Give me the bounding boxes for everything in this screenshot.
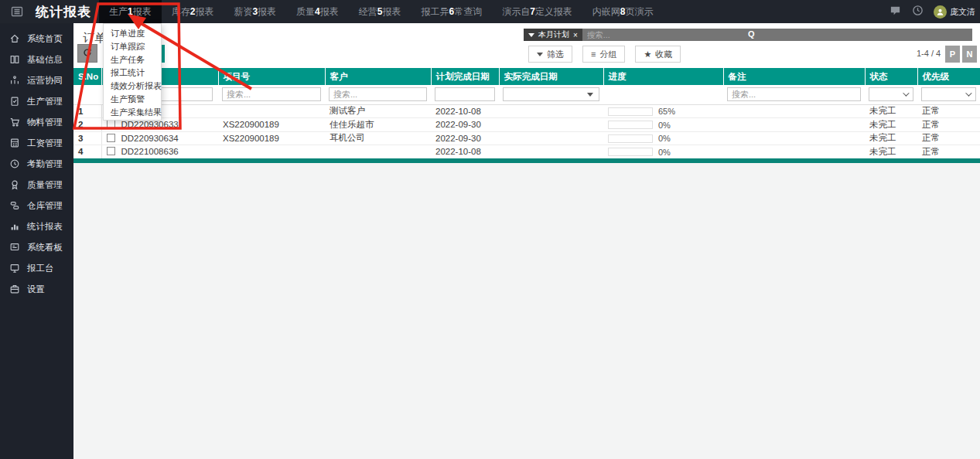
- sidebar-item-warehouse[interactable]: 仓库管理: [0, 196, 73, 216]
- star-icon: ★: [644, 49, 651, 60]
- sidebar: 系统首页 基础信息 运营协同 生产管理 物料管理 工资管理 考勤管理 质量管理 …: [0, 23, 73, 459]
- col-header-remark[interactable]: 备注: [723, 68, 865, 85]
- table-row: 4 DD221008636 2022-10-08 0% 未完工 正常: [73, 145, 980, 159]
- empty-canvas: [73, 163, 980, 459]
- sidebar-item-system-board[interactable]: 系统看板: [0, 237, 73, 258]
- tab-salary-reports[interactable]: 薪资3报表: [224, 0, 286, 23]
- clock-icon: [9, 158, 20, 171]
- tab-production-reports[interactable]: 生产1报表: [99, 0, 162, 23]
- sidebar-item-salary[interactable]: 工资管理: [0, 133, 73, 154]
- orders-table: S.No 项目号 客户 计划完成日期 实际完成日期 进度 备注 状态 优先级 1: [73, 68, 980, 159]
- top-bar: 统计报表 生产1报表 库存2报表 薪资3报表 质量4报表 经营5报表 报工异6常…: [0, 0, 980, 23]
- remark-filter-input[interactable]: [727, 87, 861, 101]
- col-header-plan-date[interactable]: 计划完成日期: [431, 68, 499, 85]
- sidebar-item-settings[interactable]: 设置: [0, 279, 73, 300]
- menu-item-production-tasks[interactable]: 生产任务: [104, 53, 161, 66]
- top-menu: 生产1报表 库存2报表 薪资3报表 质量4报表 经营5报表 报工异6常查询 演示…: [99, 0, 664, 23]
- col-header-progress[interactable]: 进度: [603, 68, 723, 85]
- col-header-status[interactable]: 状态: [865, 68, 917, 85]
- search-bar[interactable]: 本月计划 × Q: [524, 29, 972, 41]
- project-filter-input[interactable]: [222, 87, 321, 101]
- production-reports-dropdown: 订单进度 订单跟踪 生产任务 报工统计 绩效分析报表 生产预警 生产采集结果: [103, 23, 162, 121]
- tab-inventory-reports[interactable]: 库存2报表: [162, 0, 224, 23]
- order-number: DD220930634: [121, 134, 179, 143]
- order-number: DD220930633: [121, 120, 179, 129]
- row-checkbox[interactable]: [107, 120, 115, 128]
- refresh-icon: [82, 47, 93, 60]
- sidebar-item-production[interactable]: 生产管理: [0, 91, 73, 112]
- customer-filter-input[interactable]: [329, 87, 427, 101]
- row-checkbox[interactable]: [107, 134, 115, 142]
- status-value: 未完工: [865, 131, 917, 145]
- col-header-actual-date[interactable]: 实际完成日期: [499, 68, 603, 85]
- sidebar-item-system-home[interactable]: 系统首页: [0, 29, 73, 49]
- menu-item-order-progress[interactable]: 订单进度: [104, 27, 161, 40]
- active-filter-tag[interactable]: 本月计划 ×: [524, 29, 582, 41]
- sidebar-item-operations[interactable]: 运营协同: [0, 70, 73, 91]
- tab-work-exception-query[interactable]: 报工异6常查询: [411, 0, 492, 23]
- tab-demo-custom-reports[interactable]: 演示自7定义报表: [492, 0, 582, 23]
- progress-label: 0%: [658, 121, 671, 130]
- filter-icon: [528, 33, 534, 37]
- favorites-button[interactable]: ★ 收藏: [635, 46, 681, 63]
- plan-date-filter-input[interactable]: [435, 87, 495, 101]
- app-title: 统计报表: [36, 3, 91, 21]
- filter-icon: [537, 53, 543, 56]
- tab-business-reports[interactable]: 经营5报表: [349, 0, 411, 23]
- cart-icon: [9, 117, 20, 129]
- board-icon: [9, 242, 20, 254]
- table-row: 2 DD220930633 XS220900189 佳佳乐超市 2022-09-…: [73, 118, 980, 132]
- refresh-button[interactable]: [77, 44, 97, 63]
- col-header-customer[interactable]: 客户: [325, 68, 431, 85]
- sidebar-item-attendance[interactable]: 考勤管理: [0, 154, 73, 175]
- hint-badge: 4: [315, 6, 320, 17]
- menu-item-production-warning[interactable]: 生产预警: [104, 93, 161, 106]
- table-footer-bar: [73, 158, 980, 163]
- col-header-project[interactable]: 项目号: [218, 68, 325, 85]
- clock-icon[interactable]: [912, 5, 924, 19]
- search-input[interactable]: [582, 30, 972, 39]
- chevron-down-icon: [965, 90, 971, 97]
- menu-item-order-tracking[interactable]: 订单跟踪: [104, 40, 161, 53]
- sidebar-item-material[interactable]: 物料管理: [0, 112, 73, 133]
- row-checkbox[interactable]: [107, 147, 115, 155]
- priority-filter-select[interactable]: [921, 87, 976, 101]
- col-header-priority[interactable]: 优先级: [917, 68, 980, 85]
- view-toolbar: 筛选 ≡ 分组 ★ 收藏: [528, 46, 681, 63]
- filter-tag-label: 本月计划: [538, 29, 569, 40]
- bar-chart-icon: [9, 221, 20, 233]
- apps-menu-icon[interactable]: [11, 5, 23, 18]
- pager-range: 1-4 / 4: [917, 49, 941, 58]
- filters-button[interactable]: 筛选: [528, 46, 572, 63]
- columns-icon: [9, 54, 20, 66]
- pager-next-button[interactable]: N: [962, 46, 977, 63]
- boxes-icon: [9, 200, 20, 212]
- tab-embedded-page-demo[interactable]: 内嵌网8页演示: [582, 0, 664, 23]
- sidebar-item-quality[interactable]: 质量管理: [0, 175, 73, 196]
- sidebar-item-basic-info[interactable]: 基础信息: [0, 49, 73, 70]
- people-chart-icon: [9, 75, 20, 87]
- status-filter-select[interactable]: [869, 87, 913, 101]
- table-row: 3 DD220930634 XS220900189 耳机公司 2022-09-3…: [73, 131, 980, 145]
- col-header-sno[interactable]: S.No: [73, 68, 101, 85]
- menu-item-work-report-stats[interactable]: 报工统计: [104, 66, 161, 80]
- hint-badge: 1: [128, 6, 133, 17]
- tab-quality-reports[interactable]: 质量4报表: [286, 0, 349, 23]
- briefcase-icon: [9, 284, 20, 296]
- user-menu[interactable]: 庞文清: [934, 5, 975, 19]
- home-icon: [9, 33, 20, 46]
- progress-bar: [608, 121, 653, 129]
- menu-item-production-collection[interactable]: 生产采集结果: [104, 106, 161, 119]
- sidebar-item-work-terminal[interactable]: 报工台: [0, 258, 73, 279]
- status-value: 未完工: [865, 118, 917, 132]
- actual-date-filter-select[interactable]: [503, 87, 599, 101]
- priority-value: 正常: [917, 104, 980, 118]
- group-by-button[interactable]: ≡ 分组: [582, 46, 625, 63]
- remove-filter-icon[interactable]: ×: [573, 31, 578, 39]
- sidebar-item-statistics-reports[interactable]: 统计报表: [0, 216, 73, 237]
- pager-previous-button[interactable]: P: [945, 46, 960, 63]
- priority-value: 正常: [917, 131, 980, 145]
- chevron-down-icon: [903, 90, 909, 97]
- menu-item-performance-analysis[interactable]: 绩效分析报表: [104, 80, 161, 93]
- message-icon[interactable]: [889, 5, 902, 19]
